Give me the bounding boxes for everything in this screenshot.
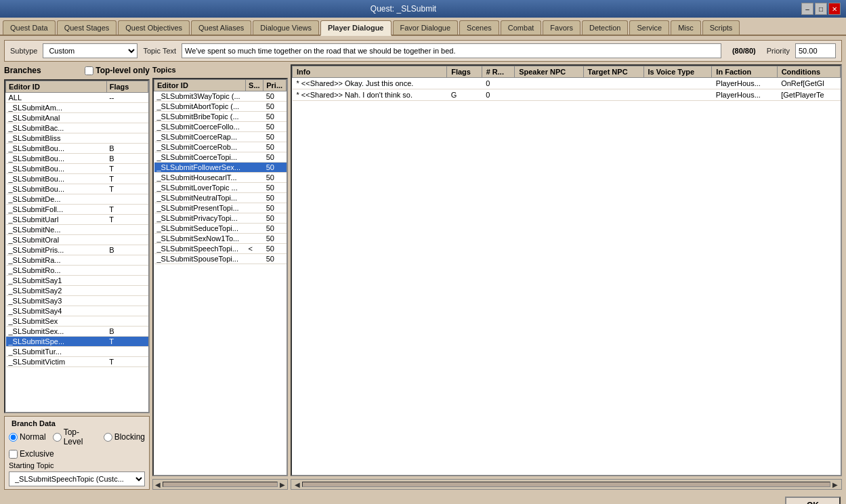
radio-input-toplevel[interactable] <box>53 433 62 442</box>
table-row[interactable]: _SLSubmitCoerceFollo...50 <box>154 122 287 132</box>
table-row[interactable]: _SLSubmitCoerceRap...50 <box>154 132 287 142</box>
info-table-container[interactable]: InfoFlags# R...Speaker NPCTarget NPCIs V… <box>291 64 842 476</box>
table-row[interactable]: _SLSubmitCoerceTopi...50 <box>154 152 287 163</box>
table-row[interactable]: _SLSubmitBou...B <box>6 144 148 154</box>
table-row[interactable]: _SLSubmitBribeTopic (...50 <box>154 112 287 122</box>
info-scroll-track[interactable] <box>302 482 830 487</box>
tab-quest-objectives[interactable]: Quest Objectives <box>118 20 190 35</box>
table-row[interactable]: _SLSubmitNe... <box>6 225 148 235</box>
topic-text-input[interactable] <box>182 43 721 58</box>
tab-favors[interactable]: Favors <box>543 20 580 35</box>
info-col-speaker_npc[interactable]: Speaker NPC <box>515 66 583 78</box>
tab-player-dialogue[interactable]: Player Dialogue <box>320 20 392 36</box>
tab-scripts[interactable]: Scripts <box>702 20 740 35</box>
info-scroll-right-btn[interactable]: ▶ <box>830 481 840 488</box>
table-row[interactable]: _SLSubmitBliss <box>6 133 148 144</box>
info-scroll-left-btn[interactable]: ◀ <box>293 481 302 488</box>
table-row[interactable]: _SLSubmitOral <box>6 235 148 245</box>
priority-input[interactable] <box>795 43 836 58</box>
tab-favor-dialogue[interactable]: Favor Dialogue <box>393 20 459 35</box>
table-row[interactable]: _SLSubmitCoerceRob...50 <box>154 142 287 152</box>
table-row[interactable]: _SLSubmitSpe...T <box>6 337 148 347</box>
tab-quest-data[interactable]: Quest Data <box>3 20 56 35</box>
table-row[interactable]: _SLSubmitSex <box>6 316 148 327</box>
table-row[interactable]: _SLSubmitSay4 <box>6 306 148 316</box>
table-row[interactable]: _SLSubmitRa... <box>6 255 148 266</box>
info-col-flags[interactable]: Flags <box>447 66 482 78</box>
table-row[interactable]: _SLSubmitSex...B <box>6 327 148 337</box>
table-row[interactable]: _SLSubmitFoll...T <box>6 205 148 215</box>
table-row[interactable]: _SLSubmitBac... <box>6 123 148 133</box>
tab-quest-aliases[interactable]: Quest Aliases <box>191 20 251 35</box>
tab-scenes[interactable]: Scenes <box>459 20 499 35</box>
table-row[interactable]: _SLSubmitBou...T <box>6 164 148 174</box>
table-row[interactable]: _SLSubmitRo... <box>6 266 148 276</box>
tab-service[interactable]: Service <box>629 20 669 35</box>
maximize-button[interactable]: □ <box>815 3 827 15</box>
close-button[interactable]: ✕ <box>828 3 841 15</box>
table-row[interactable]: _SLSubmitVictimT <box>6 357 148 367</box>
table-row[interactable]: _SLSubmitSexNow1To...50 <box>154 234 287 244</box>
table-row[interactable]: _SLSubmitPresentTopi...50 <box>154 203 287 213</box>
starting-topic-select[interactable]: _SLSubmitSpeechTopic (Custc... <box>9 471 145 486</box>
table-row[interactable]: ALL-- <box>6 93 148 103</box>
table-row[interactable]: _SLSubmitBou...T <box>6 184 148 194</box>
exclusive-checkbox[interactable] <box>9 450 18 459</box>
table-row[interactable]: _SLSubmitDe... <box>6 194 148 205</box>
table-row[interactable]: _SLSubmitUarlT <box>6 215 148 225</box>
minimize-button[interactable]: – <box>801 3 813 15</box>
tab-quest-stages[interactable]: Quest Stages <box>57 20 117 35</box>
topics-col-s[interactable]: S... <box>246 80 263 91</box>
scroll-left-btn[interactable]: ◀ <box>153 481 163 488</box>
info-col-#_r...[interactable]: # R... <box>482 66 515 78</box>
tab-dialogue-views[interactable]: Dialogue Views <box>253 20 319 35</box>
table-row[interactable]: _SLSubmitPrivacyTopi...50 <box>154 213 287 224</box>
table-row[interactable]: _SLSubmitSeduceTopi...50 <box>154 224 287 234</box>
topics-scroll-row[interactable]: ◀ ▶ <box>152 479 288 490</box>
table-row[interactable]: _SLSubmitTur... <box>6 347 148 357</box>
topics-table-container[interactable]: Editor ID S... Pri... _SLSubmit3WayTopic… <box>152 78 288 476</box>
table-row[interactable]: _SLSubmitHousecarlT...50 <box>154 173 287 183</box>
info-col-info[interactable]: Info <box>293 66 447 78</box>
topics-col-editorid[interactable]: Editor ID <box>154 80 246 91</box>
scroll-track[interactable] <box>163 482 278 487</box>
table-row[interactable]: _SLSubmitAm... <box>6 103 148 113</box>
table-row[interactable]: _SLSubmitSay3 <box>6 296 148 306</box>
info-bottom-scrollbar[interactable]: ◀ ▶ <box>291 479 842 490</box>
radio-normal: Normal <box>9 432 46 442</box>
top-level-only-checkbox[interactable] <box>85 66 93 75</box>
tab-misc[interactable]: Misc <box>671 20 701 35</box>
table-row[interactable]: _SLSubmitAnal <box>6 113 148 123</box>
table-row[interactable]: * <<Shared>> Nah. I don't think so.G0Pla… <box>293 89 841 101</box>
table-row[interactable]: _SLSubmitSpouseTopi...50 <box>154 254 287 264</box>
branch-col-editorid[interactable]: Editor ID <box>6 81 107 93</box>
table-row[interactable]: _SLSubmitBou...B <box>6 154 148 164</box>
table-row[interactable]: _SLSubmitFollowerSex...50 <box>154 163 287 173</box>
scroll-right-btn[interactable]: ▶ <box>278 481 287 488</box>
table-row[interactable]: _SLSubmitPris...B <box>6 245 148 255</box>
table-row[interactable]: _SLSubmitSay2 <box>6 286 148 296</box>
branch-table-container[interactable]: Editor ID Flags ALL--_SLSubmitAm..._SLSu… <box>4 79 150 413</box>
info-col-conditions[interactable]: Conditions <box>777 66 840 78</box>
title-bar-text: Quest: _SLSubmit <box>5 4 801 14</box>
table-row[interactable]: _SLSubmitAbortTopic (...50 <box>154 102 287 112</box>
ok-button[interactable]: OK <box>785 497 841 504</box>
bottom-bar: OK <box>0 494 846 504</box>
table-row[interactable]: _SLSubmit3WayTopic (...50 <box>154 91 287 102</box>
subtype-select[interactable]: Custom <box>43 43 138 58</box>
tab-combat[interactable]: Combat <box>501 20 542 35</box>
radio-input-normal[interactable] <box>9 433 18 442</box>
table-row[interactable]: _SLSubmitSpeechTopi...<50 <box>154 244 287 254</box>
table-row[interactable]: _SLSubmitSay1 <box>6 276 148 286</box>
table-row[interactable]: _SLSubmitNeutralTopi...50 <box>154 193 287 203</box>
branch-col-flags[interactable]: Flags <box>106 81 148 93</box>
info-col-in_faction[interactable]: In Faction <box>712 66 777 78</box>
info-col-is_voice_type[interactable]: Is Voice Type <box>643 66 712 78</box>
topics-col-pri[interactable]: Pri... <box>263 80 287 91</box>
table-row[interactable]: _SLSubmitLoverTopic ...50 <box>154 183 287 193</box>
radio-input-blocking[interactable] <box>104 433 112 442</box>
info-col-target_npc[interactable]: Target NPC <box>583 66 643 78</box>
table-row[interactable]: * <<Shared>> Okay. Just this once.0Playe… <box>293 78 841 89</box>
tab-detection[interactable]: Detection <box>582 20 628 35</box>
table-row[interactable]: _SLSubmitBou...T <box>6 174 148 184</box>
